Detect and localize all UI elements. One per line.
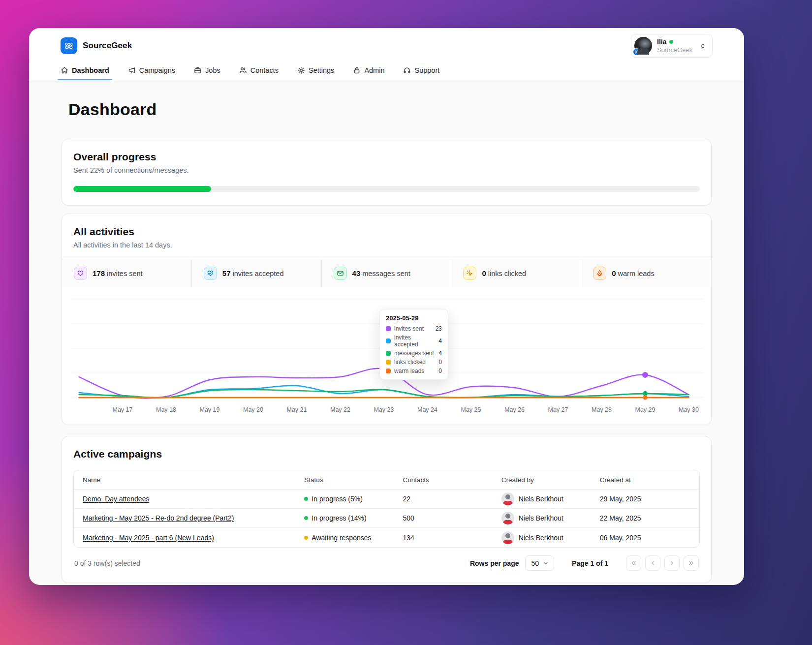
app-window: SourceGeek Ilia	[29, 28, 744, 585]
svg-text:May 28: May 28	[592, 406, 612, 413]
nav-label: Admin	[364, 66, 384, 74]
chevron-down-icon	[543, 560, 549, 566]
rows-per-page-select[interactable]: 50	[525, 555, 555, 571]
table-header-row: Name Status Contacts Created by Created …	[74, 470, 699, 490]
campaigns-table: Name Status Contacts Created by Created …	[73, 470, 700, 548]
nav-settings[interactable]: Settings	[297, 61, 334, 80]
series-swatch	[386, 326, 391, 331]
tooltip-date: 2025-05-29	[386, 314, 442, 322]
stat-label: messages sent	[362, 270, 410, 277]
next-page-button[interactable]	[664, 555, 680, 571]
mail-sent-icon	[334, 267, 347, 280]
stat-invites-accepted: 57invites accepted	[192, 259, 322, 287]
stat-label: invites sent	[107, 270, 143, 277]
campaign-link[interactable]: Demo_Day attendees	[83, 495, 149, 503]
user-avatar	[634, 37, 652, 55]
status-text: In progress (5%)	[312, 495, 362, 503]
column-name: Name	[79, 476, 300, 484]
nav-label: Dashboard	[72, 66, 109, 74]
first-page-button[interactable]	[626, 555, 641, 571]
svg-text:May 23: May 23	[374, 406, 394, 413]
svg-text:May 22: May 22	[330, 406, 350, 413]
campaign-link[interactable]: Marketing - May 2025 - part 6 (New Leads…	[83, 534, 214, 542]
user-menu[interactable]: Ilia SourceGeek	[631, 34, 713, 58]
overall-progress-title: Overall progress	[73, 151, 700, 163]
column-created-by: Created by	[498, 476, 596, 484]
status-dot	[304, 497, 308, 501]
headset-icon	[403, 66, 411, 74]
campaign-link[interactable]: Marketing - May 2025 - Re-do 2nd degree …	[83, 514, 234, 522]
created-at: 22 May, 2025	[596, 514, 694, 522]
page-title: Dashboard	[68, 100, 712, 119]
nav-jobs[interactable]: Jobs	[194, 61, 220, 80]
creator-avatar	[501, 512, 514, 524]
last-page-button[interactable]	[684, 555, 699, 571]
activities-chart[interactable]: May 17May 18May 19May 20May 21May 22May …	[62, 287, 711, 425]
brand-name: SourceGeek	[83, 41, 132, 51]
nav-label: Contacts	[250, 66, 279, 74]
rows-per-page-value: 50	[531, 559, 539, 567]
series-label: warm leads	[394, 368, 424, 374]
nav-admin[interactable]: Admin	[353, 61, 384, 80]
heart-hand-icon	[74, 267, 87, 280]
nav-label: Campaigns	[139, 66, 175, 74]
gear-icon	[297, 66, 305, 74]
status-dot	[304, 516, 308, 520]
stat-messages-sent: 43messages sent	[322, 259, 452, 287]
nav-label: Settings	[309, 66, 334, 74]
creator-name: Niels Berkhout	[519, 514, 563, 522]
contacts-count: 500	[399, 514, 498, 522]
megaphone-icon	[128, 66, 136, 74]
svg-text:May 29: May 29	[635, 406, 656, 413]
stat-label: warm leads	[618, 270, 655, 277]
series-label: invites sent	[394, 325, 424, 332]
creator-name: Niels Berkhout	[519, 534, 563, 542]
status-text: Awaiting responses	[312, 534, 371, 542]
stat-value: 0	[612, 269, 616, 277]
top-bar: SourceGeek Ilia	[29, 28, 744, 80]
nav-campaigns[interactable]: Campaigns	[128, 61, 175, 80]
tooltip-row: warm leads0	[386, 368, 442, 374]
stat-value: 178	[93, 269, 105, 277]
series-value: 0	[438, 359, 442, 366]
series-label: messages sent	[394, 350, 434, 357]
chevron-up-down-icon	[699, 42, 706, 50]
stat-label: links clicked	[488, 270, 526, 277]
nav-dashboard[interactable]: Dashboard	[61, 61, 109, 80]
svg-text:May 17: May 17	[113, 406, 133, 413]
svg-text:May 25: May 25	[461, 406, 481, 413]
series-label: links clicked	[394, 359, 426, 366]
column-status: Status	[300, 476, 399, 484]
creator-name: Niels Berkhout	[519, 495, 563, 503]
nav-label: Support	[414, 66, 439, 74]
stat-invites-sent: 178invites sent	[62, 259, 192, 287]
svg-text:May 30: May 30	[679, 406, 699, 413]
flame-icon	[593, 267, 606, 280]
svg-text:May 21: May 21	[287, 406, 307, 413]
contacts-count: 22	[399, 495, 498, 503]
svg-text:May 20: May 20	[243, 406, 263, 413]
sourcegeek-badge-icon	[633, 48, 640, 56]
main-content: Dashboard Overall progress Sent 22% of c…	[29, 100, 744, 583]
online-status-dot	[669, 40, 673, 44]
previous-page-button[interactable]	[645, 555, 660, 571]
activity-stats-row: 178invites sent 57invites accepted 43mes…	[62, 259, 711, 287]
cursor-click-icon	[463, 267, 476, 280]
brand: SourceGeek	[61, 37, 132, 54]
svg-text:May 24: May 24	[417, 406, 437, 413]
tooltip-row: invites accepted4	[386, 334, 442, 348]
nav-support[interactable]: Support	[403, 61, 439, 80]
lock-icon	[353, 66, 361, 74]
stat-warm-leads: 0warm leads	[581, 259, 711, 287]
chevron-left-icon	[650, 560, 656, 566]
stat-value: 57	[222, 269, 231, 277]
active-campaigns-title: Active campaigns	[73, 448, 700, 460]
sourcegeek-logo-icon	[61, 37, 77, 54]
series-label: invites accepted	[394, 334, 435, 348]
series-value: 4	[438, 338, 442, 344]
nav-contacts[interactable]: Contacts	[239, 61, 279, 80]
svg-text:May 19: May 19	[200, 406, 220, 413]
series-value: 4	[438, 350, 442, 357]
stat-value: 0	[482, 269, 486, 277]
stat-value: 43	[352, 269, 361, 277]
